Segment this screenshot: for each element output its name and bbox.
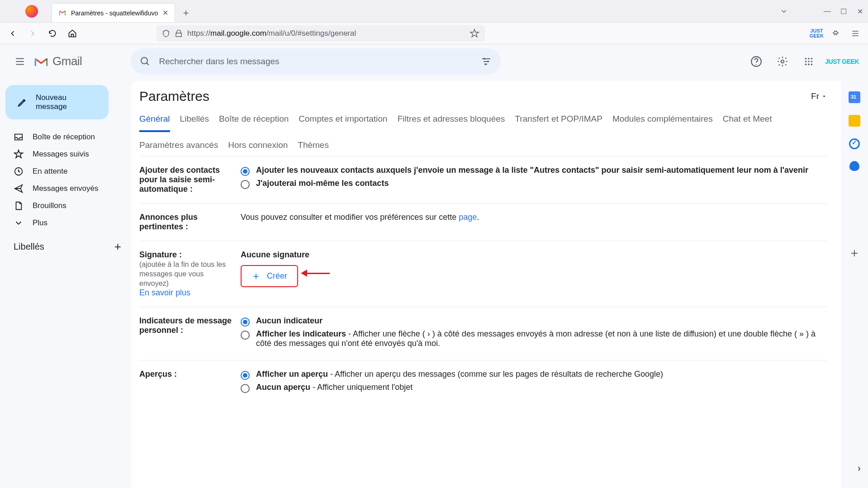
tab-inbox[interactable]: Boîte de réception [219,114,289,132]
close-tab-icon[interactable]: ✕ [162,9,168,17]
browser-tab-strip: Paramètres - squattelewifiduvo ✕ + — ☐ ✕ [0,0,868,23]
hide-panel-button[interactable]: › [858,463,861,474]
svg-point-2 [487,61,489,62]
search-input[interactable] [159,57,473,66]
sidebar-item-drafts[interactable]: Brouillons [5,197,131,214]
tab-addons[interactable]: Modules complémentaires [612,114,713,132]
extension-justgeek-icon[interactable]: JUSTGEEK [810,28,824,38]
svg-point-9 [811,57,813,59]
star-icon [14,149,24,159]
learn-more-link[interactable]: En savoir plus [139,288,190,297]
tab-title: Paramètres - squattelewifiduvo [71,9,158,17]
svg-point-0 [141,57,147,64]
svg-point-5 [756,64,757,65]
tab-labels[interactable]: Libellés [180,114,209,132]
labels-heading: Libellés [14,242,44,252]
gmail-logo-icon [33,56,49,67]
radio-auto-add-contacts[interactable]: Ajouter les nouveaux contacts auxquels j… [241,166,827,176]
svg-point-1 [484,58,485,60]
language-selector[interactable]: Fr [811,91,827,101]
svg-point-8 [808,57,810,59]
app-menu-icon[interactable] [847,25,863,42]
radio-icon [241,371,250,380]
sidebar-item-inbox[interactable]: Boîte de réception [5,128,131,146]
radio-no-indicators[interactable]: Aucun indicateur [241,316,827,327]
main-menu-button[interactable] [9,51,31,72]
section-label: Indicateurs de message personnel : [139,316,234,351]
radio-icon [241,331,250,340]
new-tab-button[interactable]: + [179,6,193,20]
window-minimize-icon[interactable]: — [819,3,835,19]
tab-advanced[interactable]: Paramètres avancés [139,140,218,156]
app-name: Gmail [52,54,82,68]
section-indicators: Indicateurs de message personnel : Aucun… [139,307,827,360]
window-maximize-icon[interactable]: ☐ [835,3,852,19]
tasks-addon-icon[interactable] [849,138,860,149]
svg-point-3 [484,63,486,65]
sidebar-item-sent[interactable]: Messages envoyés [5,180,131,197]
nav-reload-button[interactable] [44,25,61,42]
nav-home-button[interactable] [64,25,81,42]
tab-offline[interactable]: Hors connexion [228,140,288,156]
svg-point-13 [805,63,807,65]
sidebar-item-more[interactable]: Plus [5,214,131,232]
get-addons-button[interactable]: + [851,246,858,261]
section-signature: Signature : (ajoutée à la fin de tous le… [139,241,827,307]
tab-general[interactable]: Général [139,114,170,132]
search-options-icon[interactable] [481,56,492,67]
radio-no-snippets[interactable]: Aucun aperçu - Afficher uniquement l'obj… [241,383,827,393]
tab-chat[interactable]: Chat et Meet [723,114,772,132]
svg-point-12 [811,61,813,62]
svg-point-6 [781,60,784,63]
contacts-addon-icon[interactable] [849,161,859,171]
svg-point-11 [808,61,810,62]
sidebar-item-snoozed[interactable]: En attente [5,163,131,180]
radio-show-indicators[interactable]: Afficher les indicateurs - Afficher une … [241,329,827,348]
svg-point-10 [805,61,807,62]
section-contacts-autocomplete: Ajouter des contacts pour la saisie semi… [139,156,827,204]
tab-filters[interactable]: Filtres et adresses bloquées [398,114,505,132]
url-text: https://mail.google.com/mail/u/0/#settin… [187,29,356,38]
tab-themes[interactable]: Thèmes [298,140,329,156]
gmail-favicon-icon [58,9,66,17]
section-snippets: Aperçus : Afficher un aperçu - Afficher … [139,360,827,405]
create-signature-button[interactable]: Créer [241,265,298,287]
radio-icon [241,180,250,189]
keep-addon-icon[interactable] [849,115,860,127]
app-header: Gmail JUST GEEK [0,44,868,78]
support-icon[interactable] [746,52,766,71]
bookmark-star-icon[interactable] [470,28,479,38]
search-icon[interactable] [140,56,151,67]
gmail-logo[interactable]: Gmail [33,54,82,68]
browser-toolbar: https://mail.google.com/mail/u/0/#settin… [0,23,868,44]
browser-tab[interactable]: Paramètres - squattelewifiduvo ✕ [52,3,175,22]
ads-prefs-link[interactable]: page [459,213,477,222]
sidebar-item-starred[interactable]: Messages suivis [5,146,131,163]
sidebar: Nouveau message Boîte de réception Messa… [0,49,131,257]
lock-icon [175,29,183,38]
chevron-down-icon [14,218,24,228]
section-label: Signature : (ajoutée à la fin de tous le… [139,250,234,298]
apps-grid-icon[interactable] [799,52,819,71]
clock-icon [14,166,24,176]
window-close-icon[interactable]: ✕ [852,3,868,19]
tab-accounts[interactable]: Comptes et importation [299,114,387,132]
settings-tabs: Général Libellés Boîte de réception Comp… [139,108,827,156]
url-bar[interactable]: https://mail.google.com/mail/u/0/#settin… [157,25,485,42]
svg-point-14 [808,63,810,65]
nav-back-button[interactable] [5,25,21,42]
tab-forwarding[interactable]: Transfert et POP/IMAP [515,114,602,132]
add-label-button[interactable]: + [114,240,121,254]
calendar-addon-icon[interactable] [849,91,860,103]
radio-show-snippets[interactable]: Afficher un aperçu - Afficher un aperçu … [241,370,827,380]
settings-gear-icon[interactable] [773,52,792,71]
firefox-icon [25,5,38,18]
radio-icon [241,317,250,327]
tabs-dropdown-icon[interactable] [776,3,792,19]
shield-icon [162,29,170,38]
extensions-icon[interactable] [827,25,844,42]
radio-manual-contacts[interactable]: J'ajouterai moi-même les contacts [241,179,827,189]
compose-button[interactable]: Nouveau message [5,85,109,119]
search-bar[interactable] [131,48,501,75]
account-avatar[interactable]: JUST GEEK [825,58,859,65]
